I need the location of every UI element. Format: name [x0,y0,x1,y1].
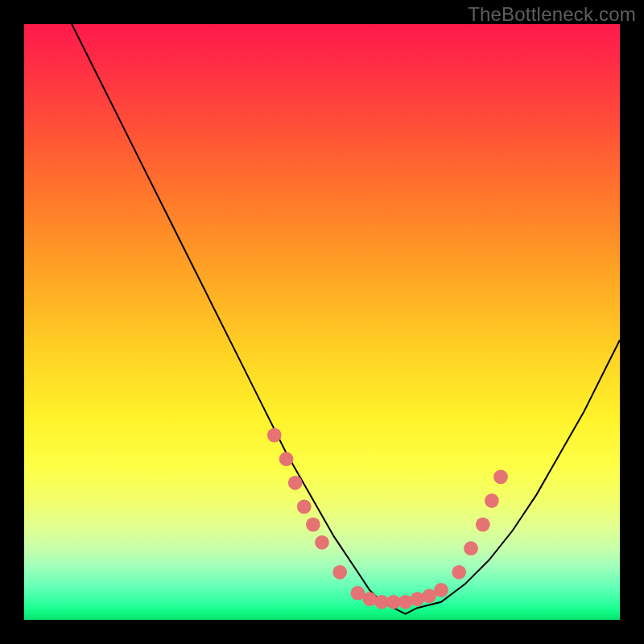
marker-dot [279,452,294,466]
watermark-text: TheBottleneck.com [468,3,636,26]
marker-dot [476,518,490,532]
marker-dot [434,583,448,597]
marker-dot [464,541,478,555]
marker-dot [297,500,312,514]
marker-dot [267,428,282,443]
marker-dot [452,565,466,580]
marker-dot [362,592,377,606]
marker-dot [288,476,303,490]
plot-area [24,24,620,620]
chart-frame: TheBottleneck.com [0,0,644,644]
marker-dot [411,592,425,606]
marker-dot [485,493,499,508]
chart-svg [24,24,620,620]
marker-dot [332,565,347,580]
marker-dot [306,518,320,532]
marker-dots [267,428,508,609]
curve-line [72,24,620,614]
marker-dot [315,535,329,550]
marker-dot [493,470,508,485]
marker-dot [398,595,413,609]
